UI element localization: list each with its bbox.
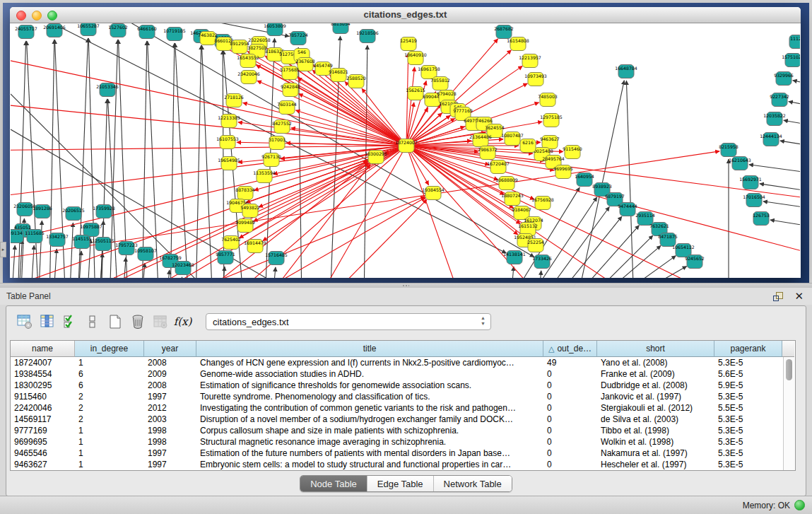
graph-edge[interactable]: [122, 257, 126, 278]
graph-node[interactable]: 16107553: [216, 136, 239, 149]
cell-in_degree[interactable]: 1: [75, 425, 144, 436]
graph-edge[interactable]: [784, 120, 800, 127]
cell-year[interactable]: 1997: [144, 459, 196, 470]
function-builder-icon[interactable]: f(x): [173, 313, 192, 332]
graph-node[interactable]: 9115460: [563, 146, 582, 159]
graph-node[interactable]: 20691406: [43, 24, 66, 37]
cell-in_degree[interactable]: 1: [75, 459, 144, 470]
cell-name[interactable]: 18300295: [11, 380, 75, 391]
cell-name[interactable]: 9115460: [11, 391, 75, 402]
graph-edge[interactable]: [590, 245, 661, 278]
cell-out_de[interactable]: 0: [543, 380, 597, 391]
table-mode-icon[interactable]: [15, 313, 34, 332]
graph-node[interactable]: 252254: [527, 239, 544, 252]
delete-column-icon[interactable]: [128, 313, 147, 332]
cell-in_degree[interactable]: 2: [75, 402, 144, 414]
graph-node[interactable]: 17359928: [93, 205, 115, 218]
graph-edge[interactable]: [567, 226, 639, 278]
cell-in_degree[interactable]: 1: [75, 357, 144, 368]
graph-node[interactable]: 9857771: [216, 251, 235, 264]
graph-node[interactable]: 16210643: [729, 157, 751, 170]
scrollbar-thumb[interactable]: [786, 359, 792, 380]
graph-node[interactable]: 8878334: [235, 187, 255, 200]
graph-edge[interactable]: [793, 81, 800, 87]
graph-edge[interactable]: [263, 146, 406, 241]
graph-node[interactable]: 21364486: [469, 134, 492, 147]
graph-node[interactable]: 5493822: [240, 204, 260, 218]
cell-year[interactable]: 2008: [144, 357, 196, 368]
cell-short[interactable]: Yano et al. (2008): [597, 357, 714, 368]
graph-node[interactable]: 24055717: [15, 25, 37, 39]
cell-short[interactable]: de Silva et al. (2003): [597, 414, 714, 425]
graph-edge[interactable]: [69, 223, 73, 278]
graph-node[interactable]: 15751024: [782, 54, 800, 67]
show-columns-icon[interactable]: [37, 313, 57, 332]
graph-node[interactable]: 6216: [520, 139, 536, 153]
graph-node[interactable]: 8427552: [272, 120, 292, 134]
graph-node[interactable]: 9146821: [329, 69, 348, 82]
graph-node[interactable]: 18300295: [365, 151, 387, 164]
graph-node[interactable]: 9227342: [770, 93, 789, 107]
cell-year[interactable]: 2008: [144, 380, 196, 391]
table-select-dropdown[interactable]: citations_edges.txt ▲▼: [206, 313, 491, 330]
graph-edge[interactable]: [221, 267, 225, 278]
cell-name[interactable]: 19384554: [11, 368, 75, 380]
graph-node[interactable]: 10973493: [524, 73, 547, 86]
cell-pagerank[interactable]: 5.3E-5: [714, 436, 782, 448]
graph-edge[interactable]: [510, 267, 514, 278]
graph-node[interactable]: 9245652: [685, 255, 705, 269]
graph-node[interactable]: 12213383: [218, 115, 240, 128]
graph-node[interactable]: 1115685: [25, 230, 45, 243]
cell-out_de[interactable]: 49: [543, 357, 597, 368]
graph-node[interactable]: 8912954: [230, 40, 249, 54]
cell-name[interactable]: 9463627: [11, 459, 75, 470]
cell-pagerank[interactable]: 5.3E-5: [714, 414, 782, 425]
graph-node[interactable]: 12213957: [519, 54, 541, 68]
graph-node[interactable]: 18807243: [501, 192, 524, 206]
cell-short[interactable]: Jankovic et al. (1997): [597, 391, 714, 402]
graph-node[interactable]: 13342757: [46, 233, 69, 247]
graph-node[interactable]: 16053809: [264, 23, 286, 36]
cell-title[interactable]: Embryonic stem cells: a model to study s…: [196, 459, 543, 470]
graph-edge[interactable]: [550, 216, 622, 278]
graph-edge[interactable]: [166, 270, 170, 278]
cell-short[interactable]: Nakamura et al. (1997): [597, 448, 714, 459]
graph-edge[interactable]: [11, 94, 223, 278]
graph-node[interactable]: 10958107: [134, 247, 157, 261]
column-header-out_de[interactable]: △out_de…: [543, 341, 597, 357]
cell-year[interactable]: 2009: [144, 368, 196, 380]
cell-pagerank[interactable]: 5.5E-5: [714, 402, 782, 414]
graph-node[interactable]: 19218506: [356, 30, 379, 43]
cell-out_de[interactable]: 0: [543, 459, 597, 470]
graph-node[interactable]: 11123: [789, 35, 800, 49]
graph-edge[interactable]: [538, 271, 541, 278]
graph-node[interactable]: 16154808: [507, 37, 529, 51]
graph-node[interactable]: 12035822: [763, 112, 786, 126]
toggle-rows-icon[interactable]: [83, 313, 102, 332]
graph-edge[interactable]: [11, 52, 406, 146]
table-row[interactable]: 1456911722003Disruption of a novel membe…: [11, 414, 795, 425]
cell-short[interactable]: Franke et al. (2009): [597, 368, 714, 380]
graph-node[interactable]: 7625402: [221, 236, 241, 250]
graph-node[interactable]: 15692971: [739, 176, 762, 189]
table-row[interactable]: 2242004622012Investigating the contribut…: [11, 402, 795, 414]
select-columns-icon[interactable]: [60, 313, 79, 332]
cell-year[interactable]: 1998: [144, 425, 196, 436]
graph-node[interactable]: 7986372: [478, 146, 498, 160]
cell-in_degree[interactable]: 2: [75, 414, 144, 425]
graph-edge[interactable]: [53, 160, 367, 278]
cell-short[interactable]: Hescheler et al. (1997): [597, 459, 714, 470]
cell-year[interactable]: 2003: [144, 414, 196, 425]
cell-title[interactable]: Estimation of the future numbers of pati…: [196, 448, 543, 459]
graph-edge[interactable]: [626, 81, 634, 278]
cell-in_degree[interactable]: 2: [75, 391, 144, 402]
graph-node[interactable]: 12975185: [540, 114, 563, 127]
graph-node[interactable]: 12505115: [92, 238, 114, 251]
graph-edge[interactable]: [175, 43, 189, 278]
network-view-window[interactable]: citations_edges.txt 24055717 20691406 10…: [10, 7, 801, 278]
cell-out_de[interactable]: 0: [543, 402, 597, 414]
window-titlebar[interactable]: citations_edges.txt: [10, 7, 801, 23]
cell-pagerank[interactable]: 5.3E-5: [714, 357, 782, 368]
cell-in_degree[interactable]: 1: [75, 448, 144, 459]
graph-node[interactable]: 7855812: [430, 77, 450, 90]
